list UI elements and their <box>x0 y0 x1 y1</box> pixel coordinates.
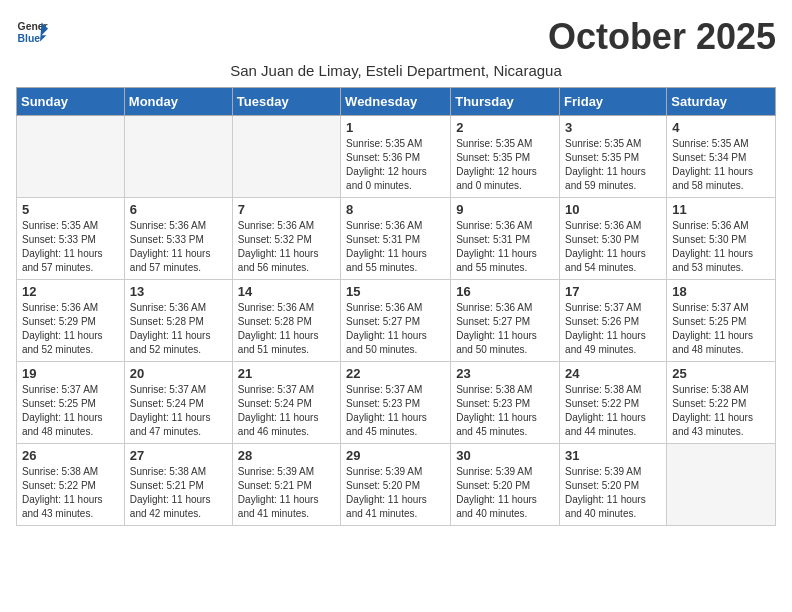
month-title: October 2025 <box>548 16 776 58</box>
day-number: 19 <box>22 366 119 381</box>
day-number: 17 <box>565 284 661 299</box>
calendar-cell: 15Sunrise: 5:36 AM Sunset: 5:27 PM Dayli… <box>341 280 451 362</box>
calendar-cell: 1Sunrise: 5:35 AM Sunset: 5:36 PM Daylig… <box>341 116 451 198</box>
calendar-cell: 16Sunrise: 5:36 AM Sunset: 5:27 PM Dayli… <box>451 280 560 362</box>
calendar-cell: 29Sunrise: 5:39 AM Sunset: 5:20 PM Dayli… <box>341 444 451 526</box>
day-info: Sunrise: 5:35 AM Sunset: 5:35 PM Dayligh… <box>456 137 554 193</box>
calendar-week-row: 26Sunrise: 5:38 AM Sunset: 5:22 PM Dayli… <box>17 444 776 526</box>
day-info: Sunrise: 5:37 AM Sunset: 5:26 PM Dayligh… <box>565 301 661 357</box>
col-sunday: Sunday <box>17 88 125 116</box>
calendar-cell: 8Sunrise: 5:36 AM Sunset: 5:31 PM Daylig… <box>341 198 451 280</box>
day-number: 8 <box>346 202 445 217</box>
day-number: 30 <box>456 448 554 463</box>
calendar-cell: 14Sunrise: 5:36 AM Sunset: 5:28 PM Dayli… <box>232 280 340 362</box>
day-info: Sunrise: 5:38 AM Sunset: 5:21 PM Dayligh… <box>130 465 227 521</box>
day-info: Sunrise: 5:37 AM Sunset: 5:25 PM Dayligh… <box>672 301 770 357</box>
calendar-week-row: 19Sunrise: 5:37 AM Sunset: 5:25 PM Dayli… <box>17 362 776 444</box>
col-friday: Friday <box>560 88 667 116</box>
day-info: Sunrise: 5:37 AM Sunset: 5:23 PM Dayligh… <box>346 383 445 439</box>
calendar-cell: 6Sunrise: 5:36 AM Sunset: 5:33 PM Daylig… <box>124 198 232 280</box>
day-number: 21 <box>238 366 335 381</box>
day-info: Sunrise: 5:36 AM Sunset: 5:33 PM Dayligh… <box>130 219 227 275</box>
calendar-cell: 17Sunrise: 5:37 AM Sunset: 5:26 PM Dayli… <box>560 280 667 362</box>
logo: General Blue <box>16 16 48 48</box>
day-info: Sunrise: 5:38 AM Sunset: 5:22 PM Dayligh… <box>565 383 661 439</box>
svg-text:Blue: Blue <box>18 33 41 44</box>
day-number: 26 <box>22 448 119 463</box>
calendar-cell: 30Sunrise: 5:39 AM Sunset: 5:20 PM Dayli… <box>451 444 560 526</box>
day-info: Sunrise: 5:36 AM Sunset: 5:28 PM Dayligh… <box>130 301 227 357</box>
day-info: Sunrise: 5:39 AM Sunset: 5:20 PM Dayligh… <box>565 465 661 521</box>
day-number: 22 <box>346 366 445 381</box>
calendar-cell <box>17 116 125 198</box>
logo-icon: General Blue <box>16 16 48 48</box>
calendar-cell: 12Sunrise: 5:36 AM Sunset: 5:29 PM Dayli… <box>17 280 125 362</box>
calendar-cell: 10Sunrise: 5:36 AM Sunset: 5:30 PM Dayli… <box>560 198 667 280</box>
day-info: Sunrise: 5:35 AM Sunset: 5:34 PM Dayligh… <box>672 137 770 193</box>
day-info: Sunrise: 5:35 AM Sunset: 5:33 PM Dayligh… <box>22 219 119 275</box>
day-info: Sunrise: 5:36 AM Sunset: 5:32 PM Dayligh… <box>238 219 335 275</box>
day-info: Sunrise: 5:39 AM Sunset: 5:20 PM Dayligh… <box>346 465 445 521</box>
day-number: 1 <box>346 120 445 135</box>
subtitle: San Juan de Limay, Esteli Department, Ni… <box>16 62 776 79</box>
day-info: Sunrise: 5:36 AM Sunset: 5:30 PM Dayligh… <box>672 219 770 275</box>
day-number: 2 <box>456 120 554 135</box>
day-number: 15 <box>346 284 445 299</box>
calendar-cell <box>124 116 232 198</box>
day-info: Sunrise: 5:37 AM Sunset: 5:25 PM Dayligh… <box>22 383 119 439</box>
calendar-cell: 9Sunrise: 5:36 AM Sunset: 5:31 PM Daylig… <box>451 198 560 280</box>
day-number: 7 <box>238 202 335 217</box>
calendar-cell: 26Sunrise: 5:38 AM Sunset: 5:22 PM Dayli… <box>17 444 125 526</box>
calendar-cell: 18Sunrise: 5:37 AM Sunset: 5:25 PM Dayli… <box>667 280 776 362</box>
day-number: 24 <box>565 366 661 381</box>
col-saturday: Saturday <box>667 88 776 116</box>
calendar-cell: 2Sunrise: 5:35 AM Sunset: 5:35 PM Daylig… <box>451 116 560 198</box>
day-number: 27 <box>130 448 227 463</box>
calendar-cell: 7Sunrise: 5:36 AM Sunset: 5:32 PM Daylig… <box>232 198 340 280</box>
calendar-cell: 19Sunrise: 5:37 AM Sunset: 5:25 PM Dayli… <box>17 362 125 444</box>
day-number: 9 <box>456 202 554 217</box>
calendar-cell: 5Sunrise: 5:35 AM Sunset: 5:33 PM Daylig… <box>17 198 125 280</box>
day-info: Sunrise: 5:38 AM Sunset: 5:23 PM Dayligh… <box>456 383 554 439</box>
calendar-cell: 13Sunrise: 5:36 AM Sunset: 5:28 PM Dayli… <box>124 280 232 362</box>
calendar-cell: 28Sunrise: 5:39 AM Sunset: 5:21 PM Dayli… <box>232 444 340 526</box>
calendar-week-row: 12Sunrise: 5:36 AM Sunset: 5:29 PM Dayli… <box>17 280 776 362</box>
calendar-cell: 20Sunrise: 5:37 AM Sunset: 5:24 PM Dayli… <box>124 362 232 444</box>
day-info: Sunrise: 5:35 AM Sunset: 5:36 PM Dayligh… <box>346 137 445 193</box>
calendar-cell: 24Sunrise: 5:38 AM Sunset: 5:22 PM Dayli… <box>560 362 667 444</box>
col-monday: Monday <box>124 88 232 116</box>
calendar-cell: 22Sunrise: 5:37 AM Sunset: 5:23 PM Dayli… <box>341 362 451 444</box>
calendar-week-row: 5Sunrise: 5:35 AM Sunset: 5:33 PM Daylig… <box>17 198 776 280</box>
day-info: Sunrise: 5:38 AM Sunset: 5:22 PM Dayligh… <box>22 465 119 521</box>
day-info: Sunrise: 5:39 AM Sunset: 5:21 PM Dayligh… <box>238 465 335 521</box>
day-info: Sunrise: 5:36 AM Sunset: 5:31 PM Dayligh… <box>346 219 445 275</box>
day-number: 10 <box>565 202 661 217</box>
day-number: 14 <box>238 284 335 299</box>
calendar-cell <box>667 444 776 526</box>
day-info: Sunrise: 5:36 AM Sunset: 5:27 PM Dayligh… <box>346 301 445 357</box>
calendar-table: Sunday Monday Tuesday Wednesday Thursday… <box>16 87 776 526</box>
day-number: 6 <box>130 202 227 217</box>
day-number: 20 <box>130 366 227 381</box>
calendar-cell: 3Sunrise: 5:35 AM Sunset: 5:35 PM Daylig… <box>560 116 667 198</box>
col-tuesday: Tuesday <box>232 88 340 116</box>
day-number: 13 <box>130 284 227 299</box>
calendar-cell: 23Sunrise: 5:38 AM Sunset: 5:23 PM Dayli… <box>451 362 560 444</box>
page-header: General Blue October 2025 <box>16 16 776 58</box>
day-number: 11 <box>672 202 770 217</box>
day-info: Sunrise: 5:35 AM Sunset: 5:35 PM Dayligh… <box>565 137 661 193</box>
day-number: 18 <box>672 284 770 299</box>
weekday-header-row: Sunday Monday Tuesday Wednesday Thursday… <box>17 88 776 116</box>
calendar-cell: 31Sunrise: 5:39 AM Sunset: 5:20 PM Dayli… <box>560 444 667 526</box>
day-info: Sunrise: 5:36 AM Sunset: 5:31 PM Dayligh… <box>456 219 554 275</box>
day-info: Sunrise: 5:36 AM Sunset: 5:29 PM Dayligh… <box>22 301 119 357</box>
calendar-cell: 21Sunrise: 5:37 AM Sunset: 5:24 PM Dayli… <box>232 362 340 444</box>
day-info: Sunrise: 5:36 AM Sunset: 5:28 PM Dayligh… <box>238 301 335 357</box>
day-info: Sunrise: 5:36 AM Sunset: 5:27 PM Dayligh… <box>456 301 554 357</box>
col-thursday: Thursday <box>451 88 560 116</box>
day-info: Sunrise: 5:37 AM Sunset: 5:24 PM Dayligh… <box>130 383 227 439</box>
day-number: 31 <box>565 448 661 463</box>
day-number: 12 <box>22 284 119 299</box>
calendar-cell: 4Sunrise: 5:35 AM Sunset: 5:34 PM Daylig… <box>667 116 776 198</box>
day-number: 4 <box>672 120 770 135</box>
